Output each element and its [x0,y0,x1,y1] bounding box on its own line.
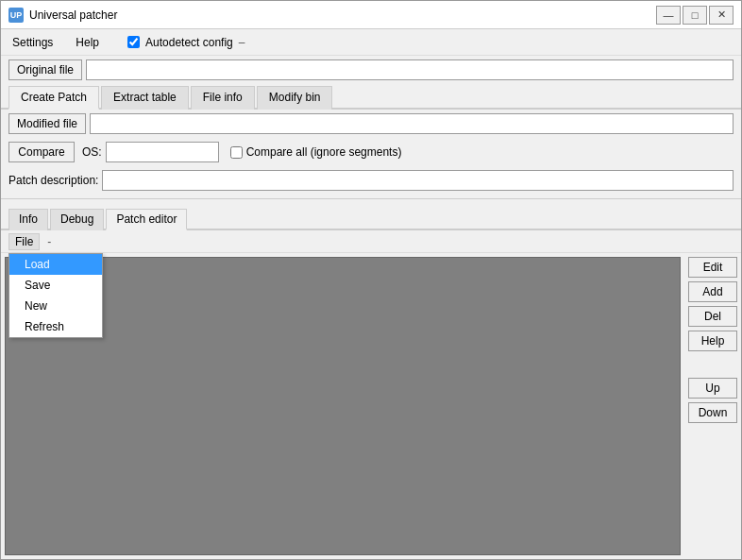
tab-patch-editor[interactable]: Patch editor [106,209,187,230]
minimize-button[interactable]: — [656,6,681,25]
compare-button[interactable]: Compare [8,142,75,162]
original-file-button[interactable]: Original file [8,59,82,80]
up-button[interactable]: Up [688,378,737,399]
help-button[interactable]: Help [688,331,737,351]
autodetect-dash: – [239,36,245,49]
autodetect-checkbox[interactable] [127,36,140,48]
patch-editor-area: File - Load Save New Refresh Edit Add De… [1,230,741,559]
create-patch-panel: Modified file Compare OS: Compare all (i… [1,110,741,195]
patch-list[interactable] [5,257,681,555]
menu-item-new[interactable]: New [9,296,102,316]
window-title: Universal patcher [29,8,656,22]
divider [1,198,741,199]
patch-description-row: Patch description: [1,166,741,195]
main-content: Edit Add Del Help Up Down [1,253,741,559]
tab-info[interactable]: Info [8,209,48,230]
close-button[interactable]: ✕ [709,6,734,25]
compare-row: Compare OS: Compare all (ignore segments… [1,138,741,166]
autodetect-area: Autodetect config – [127,36,245,49]
side-buttons: Edit Add Del Help Up Down [684,253,741,559]
original-file-row: Original file [1,56,741,84]
down-button[interactable]: Down [688,402,737,423]
tab-create-patch[interactable]: Create Patch [8,86,99,110]
os-input[interactable] [106,142,219,162]
app-icon: UP [8,8,24,23]
os-label: OS: [82,145,102,159]
main-tabs-row: Create Patch Extract table File info Mod… [1,84,741,110]
edit-button[interactable]: Edit [688,257,737,278]
file-dropdown-menu: Load Save New Refresh [8,253,103,338]
original-file-input[interactable] [86,59,734,80]
del-button[interactable]: Del [688,306,737,327]
title-bar: UP Universal patcher — □ ✕ [1,1,741,29]
tab-modify-bin[interactable]: Modify bin [257,86,333,110]
compare-all-label: Compare all (ignore segments) [246,145,402,159]
add-button[interactable]: Add [688,281,737,302]
maximize-button[interactable]: □ [683,6,707,25]
settings-menu[interactable]: Settings [8,34,57,51]
compare-all-checkbox[interactable] [230,146,243,159]
file-menu-bar: File - Load Save New Refresh [1,230,741,253]
tab-extract-table[interactable]: Extract table [101,86,189,110]
help-menu[interactable]: Help [72,34,103,51]
menu-item-refresh[interactable]: Refresh [9,316,102,337]
menu-bar: Settings Help Autodetect config – [1,29,741,56]
main-window: UP Universal patcher — □ ✕ Settings Help… [0,0,742,560]
spacer [688,355,737,374]
file-menu-dash: - [47,235,51,248]
autodetect-label: Autodetect config [145,36,233,49]
menu-item-load[interactable]: Load [9,254,102,275]
modified-file-row: Modified file [1,110,741,138]
bottom-tabs-row: Info Debug Patch editor [1,203,741,230]
modified-file-button[interactable]: Modified file [8,113,86,134]
file-menu-button[interactable]: File [8,233,40,250]
modified-file-input[interactable] [90,113,734,134]
compare-all-area: Compare all (ignore segments) [230,145,402,159]
patch-description-input[interactable] [102,170,734,191]
tab-file-info[interactable]: File info [191,86,255,110]
menu-item-save[interactable]: Save [9,275,102,296]
tab-debug[interactable]: Debug [50,209,104,230]
patch-description-label: Patch description: [8,174,98,187]
window-controls: — □ ✕ [656,6,734,25]
